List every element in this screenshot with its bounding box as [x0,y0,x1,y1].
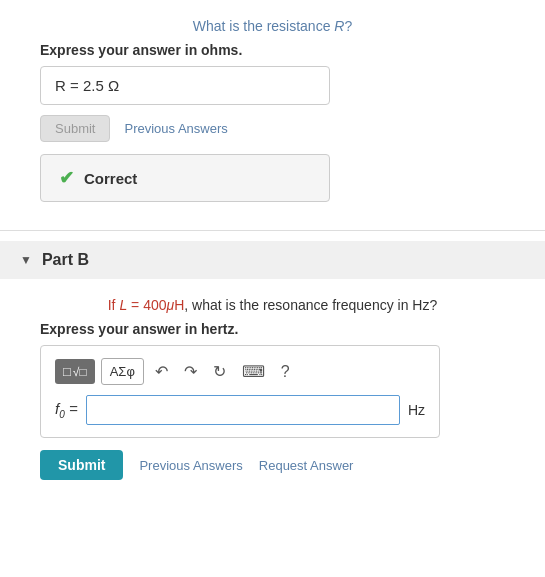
unit-label: Hz [408,402,425,418]
help-button[interactable]: ? [276,359,295,385]
frequency-input[interactable] [86,395,400,425]
correct-label: Correct [84,170,137,187]
math-toolbar: □ √□ ΑΣφ ↶ ↷ ↻ ⌨ ? [55,358,425,385]
refresh-button[interactable]: ↻ [208,358,231,385]
undo-button[interactable]: ↶ [150,358,173,385]
keyboard-button[interactable]: ⌨ [237,358,270,385]
input-label: f0 = [55,400,78,420]
part-a-section: What is the resistance R? Express your a… [0,0,545,220]
chevron-down-icon: ▼ [20,253,32,267]
redo-button[interactable]: ↷ [179,358,202,385]
check-icon: ✔ [59,167,74,189]
part-b-bottom-actions: Submit Previous Answers Request Answer [40,450,505,480]
symbol-button[interactable]: ΑΣφ [101,358,144,385]
part-b-section: If L = 400μH, what is the resonance freq… [0,279,545,498]
matrix-icon: □ [63,364,71,379]
part-a-answer-display: R = 2.5 Ω [40,66,330,105]
part-a-previous-answers-link[interactable]: Previous Answers [124,121,227,136]
part-a-correct-box: ✔ Correct [40,154,330,202]
matrix-button[interactable]: □ √□ [55,359,95,384]
part-b-header[interactable]: ▼ Part B [0,241,545,279]
sqrt-icon: √□ [73,365,87,379]
part-b-previous-answers-link[interactable]: Previous Answers [139,458,242,473]
math-input-row: f0 = Hz [55,395,425,425]
section-divider [0,230,545,231]
part-b-submit-button[interactable]: Submit [40,450,123,480]
part-b-header-label: Part B [42,251,89,269]
part-a-actions: Submit Previous Answers [40,115,505,142]
part-a-express-label: Express your answer in ohms. [40,42,505,58]
part-a-submit-button[interactable]: Submit [40,115,110,142]
part-b-input-area: □ √□ ΑΣφ ↶ ↷ ↻ ⌨ ? f0 = Hz [40,345,440,438]
part-a-question: What is the resistance R? [40,18,505,34]
request-answer-link[interactable]: Request Answer [259,458,354,473]
part-b-question: If L = 400μH, what is the resonance freq… [40,297,505,313]
part-b-express-label: Express your answer in hertz. [40,321,505,337]
